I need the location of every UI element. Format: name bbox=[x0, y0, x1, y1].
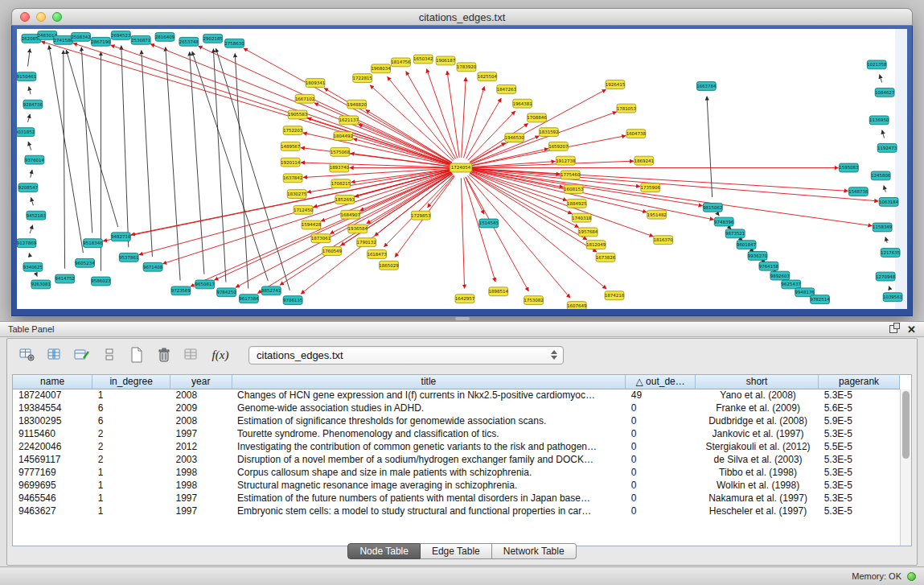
cell-title[interactable]: Corpus callosum shape and size in male p… bbox=[232, 466, 626, 479]
table-select-dropdown[interactable]: citations_edges.txt bbox=[248, 346, 564, 365]
graph-node[interactable]: 1830275 bbox=[287, 190, 306, 199]
graph-node[interactable]: 9873521 bbox=[725, 229, 745, 238]
graph-node[interactable]: 1926415 bbox=[606, 80, 625, 89]
graph-node[interactable]: 1604738 bbox=[626, 130, 647, 138]
graph-node[interactable]: 1781053 bbox=[617, 104, 637, 113]
graph-node[interactable]: 1607649 bbox=[567, 302, 587, 309]
graph-node[interactable]: 1936584 bbox=[348, 225, 368, 233]
delete-table-icon[interactable] bbox=[154, 344, 175, 365]
graph-node[interactable]: 1575068 bbox=[331, 147, 351, 156]
cell-pagerank[interactable]: 5.3E-5 bbox=[819, 389, 900, 402]
graph-node[interactable]: 1964381 bbox=[512, 99, 532, 108]
cell-title[interactable]: Embryonic stem cells: a model to study s… bbox=[232, 505, 626, 517]
graph-node[interactable]: 9617384 bbox=[239, 295, 259, 303]
graph-node[interactable]: 1625504 bbox=[478, 72, 498, 81]
cell-name[interactable]: 9463627 bbox=[13, 505, 92, 517]
graph-node[interactable]: 1847263 bbox=[497, 85, 517, 94]
cell-in_degree[interactable]: 2 bbox=[92, 427, 170, 440]
window-titlebar[interactable]: citations_edges.txt bbox=[11, 8, 913, 26]
column-header-in_degree[interactable]: in_degree bbox=[92, 375, 170, 389]
tab-edge-table[interactable]: Edge Table bbox=[421, 543, 492, 559]
graph-node[interactable]: 9671408 bbox=[143, 262, 163, 271]
cell-in_degree[interactable]: 1 bbox=[92, 466, 170, 479]
tab-node-table[interactable]: Node Table bbox=[347, 543, 421, 559]
cell-pagerank[interactable]: 5.3E-5 bbox=[819, 453, 900, 466]
cell-year[interactable]: 1998 bbox=[170, 479, 232, 492]
graph-node[interactable]: 1192473 bbox=[877, 143, 897, 152]
graph-node[interactable]: 1912738 bbox=[556, 156, 576, 165]
graph-node[interactable]: 1775460 bbox=[561, 171, 581, 179]
cell-name[interactable]: 18300295 bbox=[13, 414, 92, 427]
graph-node[interactable]: 1594428 bbox=[302, 220, 322, 229]
graph-node[interactable]: 9852741 bbox=[261, 286, 281, 295]
cell-out_de[interactable]: 0 bbox=[626, 479, 696, 492]
table-settings-icon[interactable] bbox=[17, 344, 38, 365]
cell-out_de[interactable]: 0 bbox=[626, 402, 696, 414]
table-row[interactable]: 1938455462009Genome-wide association stu… bbox=[13, 402, 900, 414]
graph-node[interactable]: 2867190 bbox=[91, 37, 111, 46]
graph-node[interactable]: 9764158 bbox=[759, 262, 779, 270]
graph-node[interactable]: 1663784 bbox=[696, 82, 717, 91]
cell-title[interactable]: Disruption of a novel member of a sodium… bbox=[232, 453, 626, 466]
graph-node[interactable]: 1893740 bbox=[330, 163, 350, 172]
cell-in_degree[interactable]: 1 bbox=[92, 492, 170, 505]
cell-pagerank[interactable]: 5.3E-5 bbox=[819, 427, 900, 440]
graph-node[interactable]: 2508342 bbox=[71, 32, 90, 41]
cell-short[interactable]: Wolkin et al. (1998) bbox=[695, 479, 818, 492]
graph-node[interactable]: 1735906 bbox=[641, 183, 661, 192]
cell-short[interactable]: Hescheler et al. (1997) bbox=[695, 505, 818, 517]
cell-pagerank[interactable]: 5.9E-5 bbox=[819, 414, 900, 427]
column-header-out_de[interactable]: △ out_de… bbox=[626, 375, 696, 389]
graph-node[interactable]: 9782514 bbox=[810, 295, 830, 304]
graph-node[interactable]: 9706135 bbox=[283, 296, 302, 305]
column-header-pagerank[interactable]: pagerank bbox=[819, 375, 900, 389]
cell-in_degree[interactable]: 2 bbox=[92, 440, 170, 453]
cell-name[interactable]: 18724007 bbox=[13, 389, 92, 402]
cell-out_de[interactable]: 49 bbox=[626, 389, 696, 402]
graph-node[interactable]: 1816370 bbox=[653, 236, 673, 245]
cell-short[interactable]: Nakamura et al. (1997) bbox=[695, 492, 818, 505]
new-table-icon[interactable] bbox=[126, 344, 147, 365]
graph-node[interactable]: 1136950 bbox=[869, 116, 889, 125]
cell-out_de[interactable]: 0 bbox=[626, 505, 696, 517]
cell-short[interactable]: Stergiakouli et al. (2012) bbox=[695, 440, 818, 453]
cell-pagerank[interactable]: 5.3E-5 bbox=[819, 466, 900, 479]
cell-pagerank[interactable]: 5.3E-5 bbox=[819, 492, 900, 505]
table-row[interactable]: 1872400712008Changes of HCN gene express… bbox=[13, 389, 900, 402]
graph-node[interactable]: 1642957 bbox=[455, 295, 474, 303]
cell-year[interactable]: 2008 bbox=[170, 414, 232, 427]
cell-in_degree[interactable]: 1 bbox=[92, 389, 170, 402]
graph-node[interactable]: 9284736 bbox=[23, 100, 43, 109]
graph-node[interactable]: 1621137 bbox=[339, 116, 359, 125]
float-panel-icon[interactable] bbox=[889, 325, 897, 333]
cell-pagerank[interactable]: 5.3E-5 bbox=[819, 479, 900, 492]
graph-node[interactable]: 1708846 bbox=[527, 113, 547, 122]
graph-node[interactable]: 1270948 bbox=[876, 272, 896, 281]
column-visibility-icon[interactable] bbox=[44, 344, 65, 365]
cell-in_degree[interactable]: 1 bbox=[92, 479, 170, 492]
cell-short[interactable]: Jankovic et al. (1997) bbox=[695, 427, 818, 440]
cell-title[interactable]: Estimation of significance thresholds fo… bbox=[232, 414, 626, 427]
graph-node[interactable]: 1865029 bbox=[379, 261, 399, 270]
graph-node[interactable]: 1245806 bbox=[871, 171, 891, 180]
cell-pagerank[interactable]: 5.5E-5 bbox=[819, 440, 900, 453]
graph-node[interactable]: 1957684 bbox=[578, 228, 598, 237]
cell-year[interactable]: 2012 bbox=[170, 440, 232, 453]
table-row[interactable]: 946554611997Estimation of the future num… bbox=[13, 492, 900, 505]
cell-short[interactable]: Franke et al. (2009) bbox=[695, 402, 818, 414]
graph-node[interactable]: 9892603 bbox=[770, 271, 791, 280]
graph-node[interactable]: 1884925 bbox=[567, 199, 586, 208]
graph-node[interactable]: 1869241 bbox=[634, 156, 654, 165]
graph-node[interactable]: 1898514 bbox=[489, 287, 509, 296]
graph-node[interactable]: 1712450 bbox=[294, 205, 314, 214]
graph-node[interactable]: 1158349 bbox=[873, 223, 893, 232]
graph-node[interactable]: 1946530 bbox=[504, 134, 524, 142]
graph-node[interactable]: 2758630 bbox=[224, 39, 244, 47]
close-panel-icon[interactable]: ✕ bbox=[907, 324, 916, 335]
cell-name[interactable]: 9699695 bbox=[13, 479, 92, 492]
column-header-name[interactable]: name bbox=[13, 375, 92, 389]
graph-node[interactable]: 9263081 bbox=[31, 280, 51, 289]
table-scrollbar-thumb[interactable] bbox=[902, 391, 910, 459]
column-header-short[interactable]: short bbox=[695, 375, 818, 389]
tab-network-table[interactable]: Network Table bbox=[492, 543, 577, 559]
